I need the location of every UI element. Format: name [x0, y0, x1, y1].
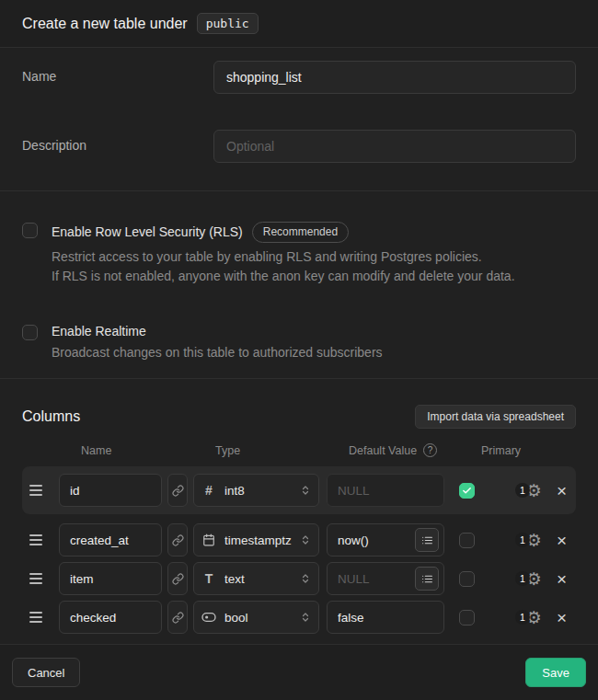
- settings-count-badge: 1: [515, 571, 530, 586]
- primary-checkbox[interactable]: [459, 610, 475, 625]
- columns-grid-headers: Name Type Default Value ? Primary: [22, 443, 576, 457]
- column-row-checked: bool 1 ⚙ ×: [22, 601, 576, 634]
- primary-checkbox[interactable]: [459, 483, 475, 499]
- column-name-input[interactable]: [59, 523, 162, 557]
- chevron-up-down-icon: [300, 484, 311, 497]
- column-settings-button[interactable]: 1 ⚙: [515, 482, 542, 499]
- column-settings-button[interactable]: 1 ⚙: [515, 532, 542, 549]
- header-type: Type: [215, 444, 349, 457]
- primary-checkbox[interactable]: [459, 533, 475, 548]
- column-row-created-at: timestamptz 1 ⚙ ×: [22, 523, 576, 557]
- dialog-footer: Cancel Save: [0, 645, 598, 700]
- remove-column-icon[interactable]: ×: [555, 609, 569, 626]
- import-spreadsheet-button[interactable]: Import data via spreadsheet: [415, 405, 576, 429]
- remove-column-icon[interactable]: ×: [555, 482, 569, 499]
- rls-checkbox[interactable]: [22, 223, 38, 238]
- settings-count-badge: 1: [515, 483, 530, 498]
- description-label: Description: [22, 130, 213, 153]
- schema-badge: public: [197, 13, 259, 34]
- column-name-input[interactable]: [59, 474, 162, 507]
- realtime-label: Enable Realtime: [52, 324, 146, 339]
- chevron-up-down-icon: [300, 572, 311, 585]
- recommended-badge: Recommended: [252, 222, 349, 243]
- foreign-key-link-icon[interactable]: [167, 523, 188, 557]
- default-value-input[interactable]: [338, 572, 415, 586]
- column-type-select[interactable]: T text: [193, 562, 319, 595]
- chevron-up-down-icon: [300, 534, 311, 546]
- hash-icon: #: [201, 483, 216, 498]
- foreign-key-link-icon[interactable]: [167, 562, 188, 595]
- settings-count-badge: 1: [515, 610, 530, 625]
- toggle-icon: [201, 612, 216, 623]
- default-options-menu-icon[interactable]: [415, 567, 439, 591]
- column-type-select[interactable]: bool: [193, 601, 319, 634]
- default-value-input[interactable]: [338, 534, 415, 547]
- toggles-section: Enable Row Level Security (RLS) Recommen…: [0, 191, 598, 379]
- primary-checkbox[interactable]: [459, 571, 475, 587]
- default-value-field: [327, 562, 444, 595]
- column-row-id: # int8 1 ⚙ ×: [22, 466, 576, 514]
- columns-section: Columns Import data via spreadsheet Name…: [0, 379, 598, 645]
- realtime-checkbox[interactable]: [22, 325, 38, 340]
- column-row-item: T text 1 ⚙: [22, 562, 576, 595]
- realtime-toggle-block: Enable Realtime Broadcast changes on thi…: [22, 324, 576, 362]
- description-row: Description: [22, 130, 576, 163]
- column-name-input[interactable]: [59, 601, 162, 634]
- rls-label: Enable Row Level Security (RLS): [52, 224, 243, 239]
- foreign-key-link-icon[interactable]: [167, 474, 188, 507]
- header-name: Name: [81, 444, 215, 457]
- help-icon[interactable]: ?: [423, 443, 437, 457]
- drag-handle-icon[interactable]: [29, 534, 42, 545]
- dialog-title: Create a new table under: [22, 16, 188, 32]
- default-value-field: [327, 474, 444, 507]
- dialog-header: Create a new table under public: [0, 0, 598, 48]
- settings-count-badge: 1: [515, 533, 530, 547]
- save-button[interactable]: Save: [525, 658, 586, 687]
- default-value-input[interactable]: [338, 611, 439, 625]
- table-name-input[interactable]: [213, 61, 576, 94]
- calendar-icon: [201, 534, 216, 546]
- header-primary: Primary: [481, 444, 576, 457]
- rls-texts: Enable Row Level Security (RLS) Recommen…: [52, 222, 515, 286]
- column-type-select[interactable]: # int8: [193, 474, 319, 507]
- chevron-up-down-icon: [300, 611, 311, 624]
- drag-handle-icon[interactable]: [29, 485, 42, 496]
- column-settings-button[interactable]: 1 ⚙: [515, 570, 542, 588]
- remove-column-icon[interactable]: ×: [555, 532, 569, 549]
- basic-info-section: Name Description: [0, 48, 598, 191]
- column-name-input[interactable]: [59, 562, 162, 595]
- rls-toggle-block: Enable Row Level Security (RLS) Recommen…: [22, 222, 576, 286]
- create-table-dialog: Create a new table under public Name Des…: [0, 0, 598, 700]
- header-default: Default Value ?: [349, 443, 481, 457]
- realtime-description: Broadcast changes on this table to autho…: [52, 343, 383, 362]
- columns-title: Columns: [22, 408, 80, 425]
- name-row: Name: [22, 61, 576, 94]
- remove-column-icon[interactable]: ×: [555, 570, 569, 588]
- column-settings-button[interactable]: 1 ⚙: [515, 609, 542, 626]
- default-options-menu-icon[interactable]: [415, 528, 439, 552]
- drag-handle-icon[interactable]: [29, 612, 42, 623]
- default-value-input[interactable]: [338, 484, 439, 498]
- realtime-texts: Enable Realtime Broadcast changes on thi…: [52, 324, 383, 362]
- drag-handle-icon[interactable]: [29, 573, 42, 584]
- column-type-select[interactable]: timestamptz: [193, 523, 319, 557]
- cancel-button[interactable]: Cancel: [12, 658, 80, 687]
- default-value-field: [327, 523, 444, 557]
- rls-description: Restrict access to your table by enablin…: [52, 247, 515, 286]
- text-type-icon: T: [201, 571, 216, 586]
- default-value-field: [327, 601, 444, 634]
- name-label: Name: [22, 61, 213, 84]
- foreign-key-link-icon[interactable]: [167, 601, 188, 634]
- table-description-input[interactable]: [213, 130, 576, 163]
